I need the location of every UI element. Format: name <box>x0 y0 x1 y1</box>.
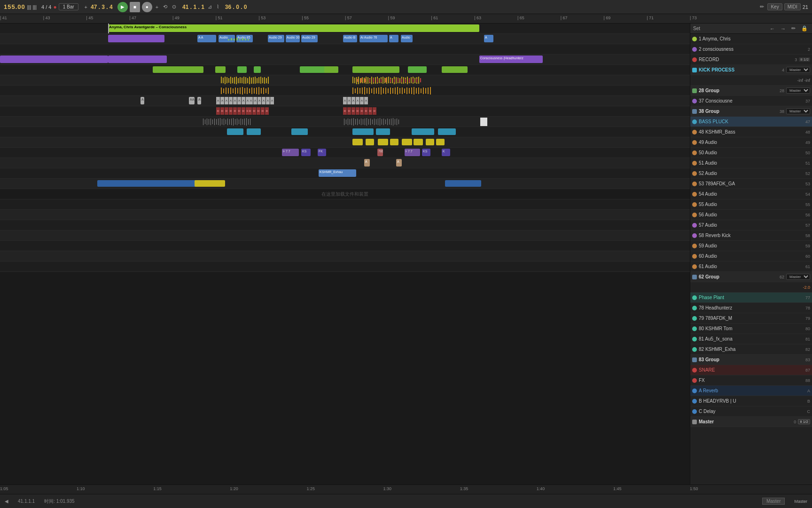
white-clip-2[interactable]: AA <box>189 97 195 104</box>
audio-clip-7[interactable]: Audio B <box>343 35 357 42</box>
sidebar-track-56[interactable]: 56 Audio 56 <box>690 210 812 220</box>
sidebar-track-snare[interactable]: SNARE 87 <box>690 365 812 375</box>
a-clip[interactable]: A <box>225 97 228 104</box>
green-clip-9[interactable] <box>352 66 399 73</box>
white-clip-1[interactable]: A <box>141 97 144 104</box>
r-clip[interactable]: R <box>364 107 368 115</box>
audio-clip-1[interactable]: A A <box>197 35 216 42</box>
sidebar-track-80[interactable]: 80 KSHMR Tom 80 <box>690 324 812 334</box>
green-clip-8[interactable] <box>324 66 338 73</box>
sidebar-track-53[interactable]: 53 789AFDK_GA 53 <box>690 179 812 189</box>
metronome-icon[interactable]: ⊙ <box>171 3 178 10</box>
a-clip[interactable]: A <box>258 97 261 104</box>
kick-master-select[interactable]: Master <box>786 67 810 73</box>
a-clip[interactable]: A <box>343 97 347 104</box>
green-clip-10[interactable] <box>408 66 427 73</box>
green-clip-11[interactable] <box>442 66 468 73</box>
62-master-select[interactable]: Master <box>786 274 810 280</box>
sidebar-track-51[interactable]: 51 Audio 51 <box>690 158 812 168</box>
r-clip[interactable]: R <box>343 107 347 115</box>
cyan-clip-4[interactable] <box>352 128 374 135</box>
r-clip[interactable]: R <box>257 107 260 115</box>
blue-long-2[interactable] <box>164 180 197 187</box>
r-clip[interactable]: R <box>261 107 265 115</box>
audio-clip-8[interactable]: Ai Audio 76 <box>359 35 388 42</box>
a-clip[interactable]: A <box>364 97 368 104</box>
sidebar-track-master[interactable]: Master 0 II 1/2 <box>690 417 812 427</box>
a-clip[interactable]: A <box>220 97 224 104</box>
cyan-clip-2[interactable] <box>247 128 261 135</box>
a-clip[interactable]: A <box>360 97 364 104</box>
sidebar-track-kick[interactable]: KICK PROCESS 4 Master <box>690 65 812 75</box>
sidebar-track-62[interactable]: 62 Group 62 Master <box>690 272 812 282</box>
a-clip[interactable]: A <box>266 97 270 104</box>
r-clip[interactable]: R <box>237 107 241 115</box>
add-icon[interactable]: + <box>83 4 89 10</box>
yellow-clip-2[interactable] <box>366 139 374 145</box>
r-clip[interactable]: R <box>356 107 359 115</box>
sidebar-track-52[interactable]: 52 Audio 52 <box>690 168 812 179</box>
k-clip[interactable]: K <box>442 149 450 156</box>
r-clip[interactable]: R <box>216 107 220 115</box>
sidebar-track-79[interactable]: 79 789AFDK_M 79 <box>690 313 812 324</box>
r-clip[interactable]: R <box>373 107 376 115</box>
audio-clip-9[interactable]: A <box>389 35 398 42</box>
a-clip[interactable]: A <box>262 97 265 104</box>
key-button[interactable]: Key <box>767 3 782 10</box>
sidebar-left-icon[interactable]: ← <box>768 25 776 32</box>
yellow-clip-8[interactable] <box>436 139 445 145</box>
yellow-clip-3[interactable] <box>378 139 388 145</box>
green-clip-2[interactable] <box>178 66 203 73</box>
a-clip[interactable]: A <box>270 97 274 104</box>
pencil-icon[interactable]: ✏ <box>758 3 765 10</box>
bar-mode[interactable]: 1 Bar <box>59 3 78 10</box>
28-master-select[interactable]: Master <box>786 87 810 94</box>
sidebar-track-basspluck[interactable]: BASS PLUCK 47 <box>690 117 812 127</box>
r-clip[interactable]: R <box>242 107 245 115</box>
transport-plus[interactable]: + <box>154 4 160 10</box>
yellow-long[interactable] <box>195 180 225 187</box>
sidebar-lock-icon[interactable]: 🔒 <box>800 25 809 32</box>
clip-consciousness-headhunterz-3[interactable]: Consciousness (Headhunterz <box>479 56 543 63</box>
midi-button[interactable]: MIDI <box>784 3 801 10</box>
green-clip-5[interactable] <box>254 66 261 73</box>
r-clip[interactable]: R <box>252 107 256 115</box>
clip-anyma-consciousness[interactable]: Anyma, Chris Avantgarde – Consciousness <box>108 24 479 32</box>
sidebar-track-consciousness[interactable]: 2 consciousness 2 <box>690 44 812 55</box>
sidebar-track-60[interactable]: 60 Audio 60 <box>690 251 812 262</box>
a-clip[interactable]: A <box>253 97 257 104</box>
white-clip-3[interactable]: A <box>197 97 201 104</box>
cyan-clip-1[interactable] <box>227 128 243 135</box>
sidebar-edit-icon[interactable]: ✏ <box>790 25 797 32</box>
sidebar-track-57[interactable]: 57 Audio 57 <box>690 220 812 230</box>
cyan-clip-7[interactable] <box>438 128 456 135</box>
a-tan-clip-2[interactable]: A <box>396 159 402 167</box>
sidebar-track-83[interactable]: 83 Group 83 <box>690 355 812 365</box>
a-clip[interactable]: A <box>356 97 359 104</box>
num-clip-77[interactable]: 7.7 <box>285 149 299 156</box>
audio-clip-10[interactable]: Audio <box>401 35 413 42</box>
sidebar-track-59[interactable]: 59 Audio 59 <box>690 241 812 251</box>
ks-clip[interactable]: KS <box>301 149 311 156</box>
a-clip[interactable]: A <box>237 97 241 104</box>
a-clip[interactable]: A <box>233 97 237 104</box>
master-label-bottom[interactable]: Master <box>762 498 785 505</box>
sidebar-track-58[interactable]: 58 Reverb Kick 58 <box>690 230 812 241</box>
r-clip[interactable]: R <box>225 107 228 115</box>
record-button[interactable]: ● <box>142 2 152 12</box>
yellow-clip-1[interactable] <box>352 139 363 145</box>
yellow-clip-6[interactable] <box>414 139 423 145</box>
sidebar-track-77[interactable]: Phase Plant 77 <box>690 293 812 303</box>
a-clip[interactable]: A <box>351 97 355 104</box>
r-clip[interactable]: R <box>368 107 372 115</box>
cyan-clip-6[interactable] <box>412 128 434 135</box>
sidebar-track-record[interactable]: RECORD 3 II 1/2 <box>690 55 812 65</box>
a-tan-clip-1[interactable]: A <box>364 159 370 167</box>
sidebar-track-55[interactable]: 55 Audio 55 <box>690 199 812 210</box>
sidebar-track-28group[interactable]: 28 Group 28 Master <box>690 86 812 96</box>
clip-consciousness-headhunterz-2[interactable] <box>108 56 167 63</box>
blue-long-3[interactable] <box>445 180 481 187</box>
yellow-clip-5[interactable] <box>402 139 412 145</box>
r-clip[interactable]: R <box>351 107 355 115</box>
sidebar-track-50[interactable]: 50 Audio 50 <box>690 148 812 158</box>
